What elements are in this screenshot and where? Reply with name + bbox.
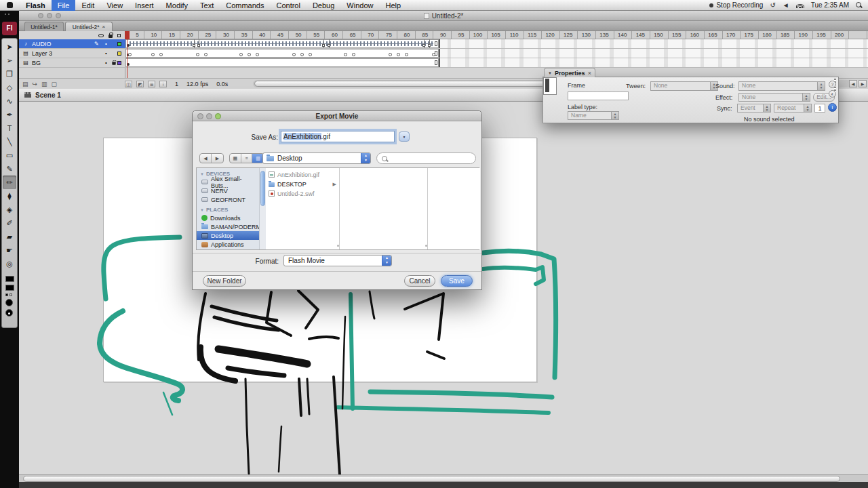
- menubar-item[interactable]: Text: [194, 0, 220, 11]
- lasso-tool[interactable]: ∿: [3, 94, 16, 108]
- sidebar-place-item[interactable]: Desktop: [197, 231, 259, 240]
- delete-layer-button[interactable]: ▢: [52, 81, 58, 87]
- menubar-item[interactable]: Control: [270, 0, 306, 11]
- audio-keyframe[interactable]: [329, 39, 330, 48]
- keyframe-circle[interactable]: [128, 53, 132, 56]
- free-transform-tool[interactable]: ❒: [3, 67, 16, 81]
- keyframe-circle[interactable]: [300, 53, 304, 56]
- layer-visibility-dot[interactable]: •: [102, 41, 110, 47]
- apple-menu-icon[interactable]: [7, 2, 13, 8]
- eyedropper-tool[interactable]: ✐: [3, 216, 16, 230]
- menubar-clock[interactable]: Tue 2:35 AM: [811, 1, 849, 9]
- dialog-close-button[interactable]: [197, 113, 203, 119]
- column-divider[interactable]: [339, 168, 340, 249]
- frame-row-audio[interactable]: [125, 39, 868, 49]
- format-select[interactable]: Flash Movie ▲▼: [283, 255, 392, 266]
- audio-keyframe[interactable]: [424, 39, 425, 48]
- tab-untitled-2[interactable]: Untitled-2* ×: [65, 22, 113, 31]
- layer-name[interactable]: BG: [32, 60, 94, 66]
- brush-shape-swatch[interactable]: [5, 309, 13, 317]
- places-disclosure-icon[interactable]: ▼: [200, 208, 204, 212]
- eraser-tool[interactable]: ▰: [3, 230, 16, 243]
- stop-recording-item[interactable]: Stop Recording: [709, 1, 763, 9]
- frame-row-layer3[interactable]: [125, 49, 868, 58]
- column-resize-handle[interactable]: [337, 245, 339, 247]
- sidebar-device-item[interactable]: GEOFRONT: [197, 195, 259, 204]
- rectangle-tool[interactable]: ▭: [3, 148, 16, 162]
- menubar-item[interactable]: Window: [340, 0, 379, 11]
- close-panel-icon[interactable]: ×: [588, 70, 591, 77]
- column-divider[interactable]: [427, 168, 428, 249]
- search-input[interactable]: [376, 152, 476, 164]
- panel-options-icon[interactable]: ◐: [829, 90, 836, 98]
- sync-count-input[interactable]: 1: [814, 104, 825, 113]
- info-circle-icon[interactable]: i: [828, 103, 837, 112]
- tween-select[interactable]: None▲▼: [650, 81, 718, 91]
- keyframe-circle[interactable]: [196, 53, 199, 56]
- sidebar-place-item[interactable]: Downloads: [197, 214, 259, 222]
- volume-icon[interactable]: ◄: [783, 1, 789, 9]
- zoom-tool[interactable]: ◎: [3, 257, 16, 270]
- sync-repeat-select[interactable]: Repeat▲▼: [774, 104, 812, 113]
- collapse-triangle-icon[interactable]: ▼: [548, 71, 552, 75]
- pencil-tool[interactable]: ✎: [3, 162, 16, 176]
- sidebar-place-item[interactable]: BAMAN/PODERM...: [197, 222, 259, 231]
- timeline-scroll-right-icon[interactable]: ▶: [859, 80, 867, 87]
- keyframe-circle[interactable]: [159, 53, 163, 56]
- center-frame-button[interactable]: ◫: [125, 81, 132, 87]
- show-hide-column-icon[interactable]: [98, 34, 104, 37]
- timeline-ruler[interactable]: 5101520253035404550556065707580859095100…: [125, 31, 868, 39]
- keyframe-circle[interactable]: [248, 53, 251, 56]
- audio-keyframe[interactable]: [323, 39, 324, 48]
- menubar-item[interactable]: Edit: [75, 0, 100, 11]
- layer-visibility-dot[interactable]: •: [102, 60, 110, 66]
- icon-view-button[interactable]: ▦: [230, 154, 241, 163]
- file-item[interactable]: DESKTOP ▶: [266, 180, 338, 188]
- keyframe-circle[interactable]: [256, 53, 259, 56]
- expand-dialog-button[interactable]: ▼: [399, 131, 410, 142]
- help-circle-icon[interactable]: ?: [829, 81, 836, 88]
- outline-column-icon[interactable]: [117, 34, 121, 37]
- layer-outline-color[interactable]: [117, 61, 121, 65]
- wifi-icon[interactable]: [796, 3, 804, 8]
- layer-row[interactable]: ▤ BG ✎ •: [19, 58, 125, 68]
- layer-row[interactable]: ♪ AUDIO ✎ •: [19, 39, 125, 49]
- keyframe-circle[interactable]: [204, 53, 208, 56]
- motion-guide-button[interactable]: ↪: [33, 81, 38, 87]
- back-button[interactable]: ◀: [200, 154, 212, 163]
- stroke-color-swatch[interactable]: [5, 276, 14, 282]
- devices-disclosure-icon[interactable]: ▼: [200, 172, 204, 176]
- menubar-item[interactable]: Flash: [20, 0, 52, 11]
- keyframe-circle[interactable]: [389, 53, 392, 56]
- hand-tool[interactable]: ☛: [3, 243, 16, 257]
- tab-close-icon[interactable]: ×: [102, 24, 106, 30]
- sidebar-device-item[interactable]: Alex Small-Buts...: [197, 178, 259, 186]
- sidebar-scrollbar[interactable]: [259, 168, 266, 249]
- menubar-item[interactable]: Debug: [307, 0, 340, 11]
- layer-visibility-dot[interactable]: •: [102, 50, 110, 56]
- layer-outline-color[interactable]: [117, 52, 121, 56]
- sync-select[interactable]: Event▲▼: [737, 104, 771, 113]
- frame-row-bg[interactable]: [125, 58, 868, 68]
- file-columns[interactable]: AnExhibition.gif ▶ DESKTOP ▶ Untitled-2.: [266, 168, 480, 249]
- frame-label-input[interactable]: [568, 92, 629, 100]
- audio-keyframe[interactable]: [199, 39, 199, 48]
- onion-outline-button[interactable]: ≣: [148, 81, 155, 87]
- lock-column-icon[interactable]: [108, 35, 113, 38]
- subselection-tool[interactable]: ➢: [3, 54, 16, 67]
- layer-name[interactable]: AUDIO: [32, 41, 94, 47]
- sound-select[interactable]: None▲▼: [738, 81, 825, 91]
- brush-tool[interactable]: ✏: [3, 176, 16, 189]
- line-tool[interactable]: ╲: [3, 135, 16, 148]
- menubar-item[interactable]: Help: [379, 0, 407, 11]
- keyframe-circle[interactable]: [352, 53, 355, 56]
- menubar-item[interactable]: Modify: [160, 0, 194, 11]
- timeline-frames[interactable]: 5101520253035404550556065707580859095100…: [125, 31, 868, 78]
- dialog-zoom-button[interactable]: [215, 113, 221, 119]
- location-select[interactable]: Desktop ▲▼: [262, 152, 371, 164]
- playhead[interactable]: [125, 31, 130, 39]
- file-item[interactable]: Untitled-2.swf ▶: [266, 189, 338, 198]
- keyframe-circle[interactable]: [309, 53, 312, 56]
- keyframe-circle[interactable]: [292, 53, 296, 56]
- text-tool[interactable]: T: [3, 121, 16, 135]
